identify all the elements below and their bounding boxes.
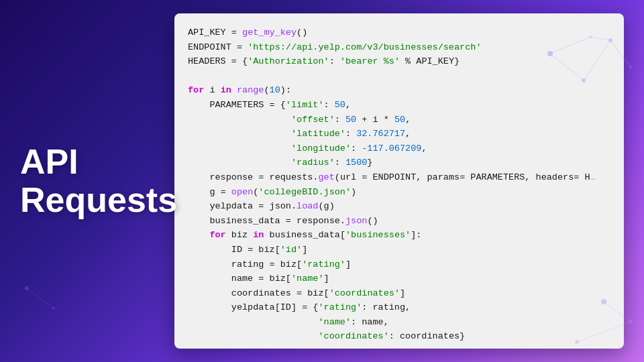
code-line-9: 'longitude': -117.067209, <box>188 141 610 156</box>
code-line-15: for biz in business_data['businesses']: <box>188 228 610 243</box>
code-line-12: g = open('collegeBID.json') <box>188 185 610 200</box>
code-line-3: HEADERS = {'Authorization': 'bearer %s' … <box>188 54 610 69</box>
code-line-2: ENDPOINT = 'https://api.yelp.com/v3/busi… <box>188 40 610 55</box>
page-title: API Requests <box>20 143 161 219</box>
title-panel: API Requests <box>20 143 161 219</box>
svg-point-15 <box>25 286 29 290</box>
code-line-11: response = requests.get(url = ENDPOINT, … <box>188 170 610 185</box>
code-line-16: ID = biz['id'] <box>188 243 610 257</box>
code-line-13: yelpdata = json.load(g) <box>188 199 610 214</box>
code-line-4 <box>188 69 610 84</box>
code-line-10: 'radius': 1500} <box>188 156 610 170</box>
code-line-19: coordinates = biz['coordinates'] <box>188 286 610 301</box>
code-line-22: 'coordinates': coordinates} <box>188 329 610 344</box>
svg-point-3 <box>629 66 632 68</box>
svg-line-17 <box>27 288 54 308</box>
svg-point-16 <box>52 307 55 310</box>
code-line-17: rating = biz['rating'] <box>188 257 610 272</box>
code-line-6: PARAMETERS = {'limit': 50, <box>188 98 610 113</box>
svg-point-11 <box>629 320 633 324</box>
code-line-1: API_KEY = get_my_key() <box>188 25 610 40</box>
code-line-18: name = biz['name'] <box>188 272 610 286</box>
code-line-20: yelpdata[ID] = {'rating': rating, <box>188 300 610 315</box>
code-line-8: 'latitude': 32.762717, <box>188 127 610 141</box>
code-line-5: for i in range(10): <box>188 83 610 98</box>
code-line-14: business_data = response.json() <box>188 214 610 229</box>
code-line-7: 'offset': 50 + i * 50, <box>188 113 610 127</box>
code-line-21: 'name': name, <box>188 315 610 330</box>
code-display: API_KEY = get_my_key() ENDPOINT = 'https… <box>174 13 624 349</box>
